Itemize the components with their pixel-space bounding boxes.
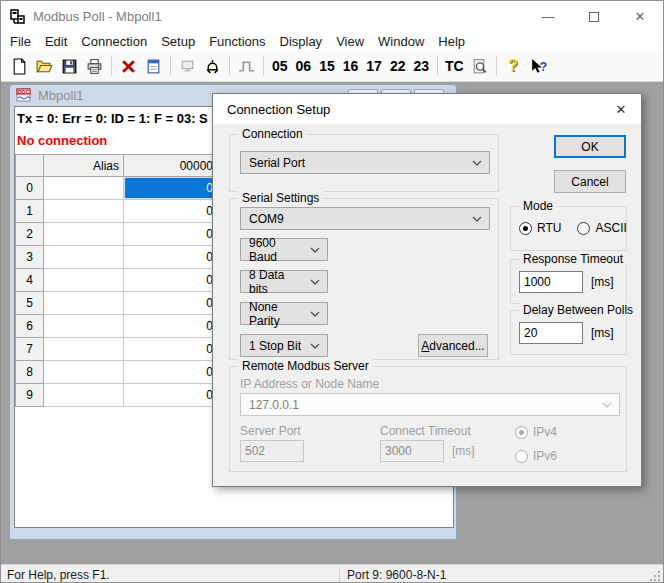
com-port-select[interactable]: COM9	[240, 207, 490, 230]
alias-cell[interactable]	[44, 361, 124, 384]
value-cell[interactable]: 0	[124, 177, 218, 200]
mode-group: Mode RTU ASCII	[510, 206, 627, 251]
context-help-button[interactable]: ?	[526, 54, 551, 79]
value-cell[interactable]: 0	[124, 246, 218, 269]
menu-connection[interactable]: Connection	[74, 32, 154, 51]
chevron-down-icon	[310, 343, 320, 349]
minimize-button[interactable]: —	[525, 1, 571, 32]
response-timeout-label: Response Timeout	[519, 252, 627, 266]
data-bits-select[interactable]: 8 Data bits	[240, 270, 328, 293]
menu-help[interactable]: Help	[431, 32, 472, 51]
menu-window[interactable]: Window	[371, 32, 431, 51]
resize-grip[interactable]	[648, 569, 661, 582]
alias-cell[interactable]	[44, 384, 124, 407]
row-index-cell[interactable]: 1	[16, 200, 44, 223]
poll-once-button[interactable]	[175, 54, 200, 79]
table-row: 20	[16, 223, 218, 246]
mode-ascii-label: ASCII	[595, 221, 626, 235]
delay-group: Delay Between Polls 20 [ms]	[510, 310, 627, 355]
row-index-cell[interactable]: 8	[16, 361, 44, 384]
function-button-23[interactable]: 23	[409, 58, 433, 74]
dialog-title-bar[interactable]: Connection Setup ✕	[213, 94, 641, 124]
maximize-button[interactable]	[571, 1, 617, 32]
alias-cell[interactable]	[44, 177, 124, 200]
remote-server-group: Remote Modbus Server IP Address or Node …	[229, 366, 627, 472]
display-setup-button[interactable]	[141, 54, 166, 79]
delay-input[interactable]: 20	[519, 322, 583, 344]
save-button[interactable]	[57, 54, 82, 79]
function-button-16[interactable]: 16	[339, 58, 363, 74]
row-index-cell[interactable]: 7	[16, 338, 44, 361]
grid-header-index[interactable]	[16, 155, 44, 177]
print-button[interactable]	[82, 54, 107, 79]
cancel-button-label: Cancel	[571, 175, 608, 189]
function-button-22[interactable]: 22	[386, 58, 410, 74]
menu-setup[interactable]: Setup	[154, 32, 202, 51]
open-folder-icon	[36, 58, 53, 75]
disconnect-button[interactable]	[116, 54, 141, 79]
value-cell[interactable]: 0	[124, 292, 218, 315]
row-index-cell[interactable]: 6	[16, 315, 44, 338]
alias-cell[interactable]	[44, 292, 124, 315]
row-index-cell[interactable]: 5	[16, 292, 44, 315]
connection-group-label: Connection	[238, 127, 307, 141]
row-index-cell[interactable]: 0	[16, 177, 44, 200]
open-file-button[interactable]	[32, 54, 57, 79]
value-cell[interactable]: 0	[124, 361, 218, 384]
menu-edit[interactable]: Edit	[38, 32, 74, 51]
advanced-button[interactable]: Advanced...	[418, 334, 488, 357]
value-cell[interactable]: 0	[124, 338, 218, 361]
grid-header-alias[interactable]: Alias	[44, 155, 124, 177]
grid-header-value[interactable]: 00000	[124, 155, 218, 177]
radio-icon	[515, 450, 528, 463]
row-index-cell[interactable]: 3	[16, 246, 44, 269]
alias-cell[interactable]	[44, 315, 124, 338]
toolbar-separator	[437, 56, 438, 76]
row-index-cell[interactable]: 4	[16, 269, 44, 292]
auto-poll-button[interactable]	[200, 54, 225, 79]
cancel-button[interactable]: Cancel	[554, 170, 626, 193]
function-button-17[interactable]: 17	[362, 58, 386, 74]
alias-cell[interactable]	[44, 338, 124, 361]
value-cell[interactable]: 0	[124, 315, 218, 338]
magnifier-icon	[471, 58, 488, 75]
ok-button[interactable]: OK	[554, 135, 626, 158]
response-timeout-group: Response Timeout 1000 [ms]	[510, 259, 627, 304]
menu-display[interactable]: Display	[273, 32, 330, 51]
close-button[interactable]: ✕	[617, 1, 663, 32]
function-button-15[interactable]: 15	[315, 58, 339, 74]
pulse-button[interactable]	[234, 54, 259, 79]
row-index-cell[interactable]: 9	[16, 384, 44, 407]
connection-type-select[interactable]: Serial Port	[240, 151, 490, 174]
alias-cell[interactable]	[44, 246, 124, 269]
mode-rtu-radio[interactable]: RTU	[519, 221, 561, 235]
dialog-close-button[interactable]: ✕	[601, 94, 641, 124]
zoom-button[interactable]	[467, 54, 492, 79]
menu-file[interactable]: File	[3, 32, 38, 51]
baud-rate-select[interactable]: 9600 Baud	[240, 238, 328, 261]
alias-cell[interactable]	[44, 269, 124, 292]
menu-view[interactable]: View	[329, 32, 371, 51]
test-center-button[interactable]: TC	[442, 58, 467, 74]
mode-rtu-label: RTU	[537, 221, 561, 235]
help-icon: ?	[508, 57, 518, 75]
function-button-06[interactable]: 06	[292, 58, 316, 74]
menu-functions[interactable]: Functions	[202, 32, 272, 51]
ipv4-radio: IPv4	[515, 425, 557, 439]
value-cell[interactable]: 0	[124, 223, 218, 246]
window-setup-icon	[145, 58, 162, 75]
row-index-cell[interactable]: 2	[16, 223, 44, 246]
alias-cell[interactable]	[44, 200, 124, 223]
help-button[interactable]: ?	[501, 54, 526, 79]
connect-timeout-unit: [ms]	[452, 444, 475, 458]
function-button-05[interactable]: 05	[268, 58, 292, 74]
parity-select[interactable]: None Parity	[240, 302, 328, 325]
stop-bits-select[interactable]: 1 Stop Bit	[240, 334, 328, 357]
response-timeout-input[interactable]: 1000	[519, 271, 583, 293]
value-cell[interactable]: 0	[124, 384, 218, 407]
value-cell[interactable]: 0	[124, 200, 218, 223]
mode-ascii-radio[interactable]: ASCII	[577, 221, 626, 235]
value-cell[interactable]: 0	[124, 269, 218, 292]
new-file-button[interactable]	[7, 54, 32, 79]
alias-cell[interactable]	[44, 223, 124, 246]
